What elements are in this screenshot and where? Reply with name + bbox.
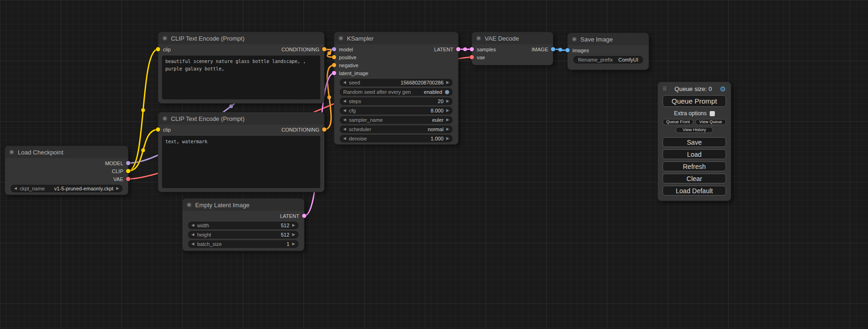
node-titlebar[interactable]: KSampler [334,32,458,44]
increment-arrow-icon[interactable]: ▶ [292,233,295,237]
link-midpoint-dot[interactable] [141,148,145,152]
node-ksampler[interactable]: KSampler model LATENT positive [334,32,459,145]
input-dot-samples[interactable] [470,47,474,51]
output-dot-latent[interactable] [456,47,460,51]
input-dot-positive[interactable] [332,55,336,59]
decrement-arrow-icon[interactable]: ◀ [191,224,194,227]
prompt-textarea[interactable]: beautiful scenery nature glass bottle la… [162,56,320,99]
decrement-arrow-icon[interactable]: ◀ [343,109,346,112]
increment-arrow-icon[interactable]: ▶ [446,137,449,140]
input-dot-negative[interactable] [332,63,336,67]
output-dot-conditioning[interactable] [322,127,326,132]
decrement-arrow-icon[interactable]: ◀ [343,99,346,103]
input-dot-images[interactable] [565,48,570,52]
collapse-dot[interactable] [162,116,167,121]
view-queue-button[interactable]: View Queue [695,119,726,125]
increment-arrow-icon[interactable]: ▶ [446,127,449,131]
collapse-dot[interactable] [572,37,577,42]
widget-value: 1.000 [430,136,444,141]
decrement-arrow-icon[interactable]: ◀ [14,187,17,190]
node-titlebar[interactable]: Save Image [568,33,649,45]
node-titlebar[interactable]: CLIP Text Encode (Prompt) [158,32,324,44]
slot-row: LATENT [183,212,304,220]
decrement-arrow-icon[interactable]: ◀ [343,118,346,122]
collapse-dot[interactable] [162,36,167,41]
load-default-button[interactable]: Load Default [663,186,726,196]
seed-widget[interactable]: ◀ seed 156680208700286 ▶ [340,79,452,86]
node-titlebar[interactable]: VAE Decode [472,32,553,44]
clear-button[interactable]: Clear [663,174,726,183]
settings-gear-icon[interactable]: ⚙ [720,85,726,92]
link-midpoint-dot[interactable] [141,108,145,112]
link-midpoint-dot[interactable] [463,48,467,51]
node-clip-text-encode-negative[interactable]: CLIP Text Encode (Prompt) clip CONDITION… [158,112,325,192]
decrement-arrow-icon[interactable]: ◀ [343,137,346,140]
link-midpoint-dot[interactable] [229,105,233,108]
collapse-dot[interactable] [339,36,343,41]
scheduler-widget[interactable]: ◀ scheduler normal ▶ [340,126,452,133]
node-load-checkpoint[interactable]: Load Checkpoint MODEL CLIP VAE [5,146,128,195]
output-dot-model[interactable] [126,161,130,165]
link-midpoint-dot[interactable] [558,48,562,52]
random-seed-toggle-widget[interactable]: Random seed after every gen enabled [340,88,452,96]
node-save-image[interactable]: Save Image images filename_prefix ComfyU… [567,33,649,70]
increment-arrow-icon[interactable]: ▶ [446,118,449,122]
output-dot-image[interactable] [551,47,555,51]
increment-arrow-icon[interactable]: ▶ [292,224,295,227]
node-clip-text-encode-positive[interactable]: CLIP Text Encode (Prompt) clip CONDITION… [158,32,325,104]
batch-size-widget[interactable]: ◀ batch_size 1 ▶ [188,240,298,248]
widget-value: 1 [287,241,289,247]
denoise-widget[interactable]: ◀ denoise 1.000 ▶ [340,135,452,142]
view-history-button[interactable]: View History [676,127,713,133]
cfg-widget[interactable]: ◀ cfg 8.000 ▶ [340,107,452,114]
increment-arrow-icon[interactable]: ▶ [116,187,119,190]
increment-arrow-icon[interactable]: ▶ [292,242,295,246]
queue-front-button[interactable]: Queue Front [663,119,693,125]
link-midpoint-dot[interactable] [327,51,331,55]
drag-handle-icon[interactable]: ⠿ [663,86,667,92]
width-widget[interactable]: ◀ width 512 ▶ [188,222,298,229]
increment-arrow-icon[interactable]: ▶ [446,109,449,112]
link-midpoint-dot[interactable] [327,96,331,99]
node-empty-latent-image[interactable]: Empty Latent Image LATENT ◀ width 512 ▶ … [182,198,304,251]
filename-prefix-widget[interactable]: filename_prefix ComfyUI [573,56,643,63]
collapse-dot[interactable] [476,36,481,41]
prompt-textarea[interactable]: text, watermark [162,136,320,188]
increment-arrow-icon[interactable]: ▶ [446,99,449,103]
input-dot-vae[interactable] [470,55,474,59]
input-dot-latent-image[interactable] [332,71,336,75]
ckpt-name-widget[interactable]: ◀ ckpt_name v1-5-pruned-emaonly.ckpt ▶ [11,185,122,192]
save-button[interactable]: Save [663,137,726,147]
height-widget[interactable]: ◀ height 512 ▶ [188,231,298,238]
queue-prompt-button[interactable]: Queue Prompt [663,95,726,107]
output-dot-clip[interactable] [126,169,130,173]
input-label-positive: positive [339,55,356,60]
node-vae-decode[interactable]: VAE Decode samples IMAGE vae [472,32,553,65]
node-titlebar[interactable]: CLIP Text Encode (Prompt) [158,112,324,125]
widget-value: euler [432,117,443,123]
increment-arrow-icon[interactable]: ▶ [446,81,449,84]
output-dot-conditioning[interactable] [322,47,326,51]
input-dot-model[interactable] [332,47,336,51]
input-dot-clip[interactable] [156,127,160,132]
node-titlebar[interactable]: Empty Latent Image [183,199,304,211]
decrement-arrow-icon[interactable]: ◀ [343,127,346,131]
node-canvas[interactable]: Load Checkpoint MODEL CLIP VAE [0,0,868,329]
refresh-button[interactable]: Refresh [663,161,726,171]
decrement-arrow-icon[interactable]: ◀ [343,81,346,84]
collapse-dot[interactable] [9,150,14,154]
collapse-dot[interactable] [187,203,191,207]
load-button[interactable]: Load [663,149,726,159]
decrement-arrow-icon[interactable]: ◀ [191,233,194,237]
widget-value: 512 [281,232,289,238]
output-dot-vae[interactable] [126,177,130,181]
steps-widget[interactable]: ◀ steps 20 ▶ [340,98,452,105]
decrement-arrow-icon[interactable]: ◀ [191,242,194,246]
toggle-dot[interactable] [445,90,449,94]
output-dot-latent[interactable] [302,214,306,218]
sampler-name-widget[interactable]: ◀ sampler_name euler ▶ [340,116,452,124]
node-titlebar[interactable]: Load Checkpoint [5,146,128,158]
extra-options-checkbox[interactable] [710,111,715,116]
input-dot-clip[interactable] [156,47,160,51]
history-button-row: View History [663,127,726,133]
